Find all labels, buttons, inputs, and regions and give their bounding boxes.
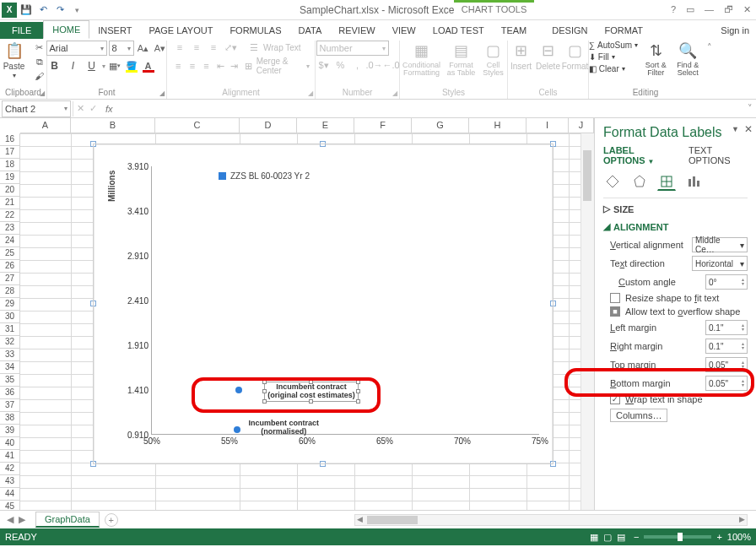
row-header[interactable]: 18 [0,159,20,171]
chart-object[interactable]: Millions ZZS BL 60-0023 Yr 2 0.9101.4101… [93,144,554,464]
row-header[interactable]: 23 [0,222,20,235]
row-header[interactable]: 27 [0,273,20,285]
column-header[interactable]: E [297,118,354,133]
tab-file[interactable]: FILE [0,22,43,39]
paste-button[interactable]: 📋 Paste ▾ [0,41,29,79]
find-select-button[interactable]: 🔍Find & Select [673,41,702,77]
sign-in-link[interactable]: Sign in [714,22,756,39]
row-header[interactable]: 26 [0,260,20,273]
effects-category-icon[interactable] [630,172,649,191]
autosum-button[interactable]: ∑AutoSum▾ [589,41,638,50]
font-name-combo[interactable]: Arial▾ [46,41,107,56]
y-axis-title[interactable]: Millions [107,171,116,202]
fill-button[interactable]: ⬇Fill▾ [589,52,638,62]
name-box[interactable]: Chart 2▾ [2,100,71,117]
row-headers[interactable]: 1617181920212223242526272829303132333435… [0,133,20,510]
fx-icon[interactable]: fx [100,104,118,114]
cut-icon[interactable]: ✂ [32,41,47,54]
fill-color-icon[interactable]: 🪣 [124,59,139,73]
font-size-combo[interactable]: 8▾ [109,41,134,56]
clipboard-dialog-launcher-icon[interactable]: ◢ [40,89,45,97]
undo-icon[interactable]: ↶ [35,3,51,18]
column-header[interactable]: A [20,118,71,133]
close-icon[interactable]: ✕ [743,4,751,15]
tab-review[interactable]: REVIEW [330,22,383,39]
clear-button[interactable]: ◧Clear▾ [589,64,638,73]
increase-font-icon[interactable]: A▴ [136,41,151,55]
column-headers[interactable]: ABCDEFGHIJ [20,118,594,133]
sheet-nav-next-icon[interactable]: ▶ [19,514,25,525]
column-header[interactable]: J [569,118,594,133]
column-header[interactable]: G [412,118,469,133]
valign-combo[interactable]: Middle Ce…▾ [692,237,748,252]
right-margin-field[interactable]: 0.1"▴▾ [705,339,748,354]
minimize-icon[interactable]: — [705,4,714,15]
row-header[interactable]: 20 [0,184,20,197]
row-header[interactable]: 31 [0,323,20,336]
section-alignment[interactable]: ◢ALIGNMENT [595,218,756,236]
row-header[interactable]: 38 [0,412,20,425]
data-point[interactable] [234,426,240,433]
row-header[interactable]: 30 [0,311,20,323]
column-header[interactable]: I [526,118,569,133]
custom-angle-field[interactable]: 0°▴▾ [705,274,748,290]
copy-icon[interactable]: ⧉ [32,55,47,68]
label-options-category-icon[interactable] [684,172,703,191]
pane-tab-text-options[interactable]: TEXT OPTIONS [688,145,748,165]
row-header[interactable]: 41 [0,450,20,463]
redo-icon[interactable]: ↷ [52,3,68,18]
tab-design[interactable]: DESIGN [543,22,596,39]
tab-team[interactable]: TEAM [493,22,536,39]
fill-line-category-icon[interactable] [603,172,622,191]
column-header[interactable]: H [469,118,526,133]
row-header[interactable]: 37 [0,399,20,412]
vertical-scrollbar[interactable] [580,133,594,510]
worksheet-area[interactable]: ABCDEFGHIJ 16171819202122232425262728293… [0,118,594,510]
underline-button[interactable]: U [84,58,100,73]
column-header[interactable]: B [71,118,155,133]
tab-home[interactable]: HOME [43,20,89,39]
font-color-icon[interactable]: A [141,59,156,73]
zoom-level[interactable]: 100% [727,532,751,542]
tab-load-test[interactable]: LOAD TEST [424,22,493,39]
row-header[interactable]: 21 [0,197,20,209]
bold-button[interactable]: B [46,58,63,73]
page-break-view-icon[interactable]: ▤ [617,532,625,543]
format-painter-icon[interactable]: 🖌 [32,69,47,83]
allow-overflow-checkbox[interactable]: ■ [610,306,620,317]
row-header[interactable]: 19 [0,171,20,184]
qat-customize-icon[interactable]: ▾ [69,3,84,18]
sheet-tab-graphdata[interactable]: GraphData [35,512,100,528]
row-header[interactable]: 33 [0,349,20,361]
save-icon[interactable]: 💾 [19,3,34,18]
pane-tab-label-options[interactable]: LABEL OPTIONS ▼ [603,145,677,165]
zoom-out-icon[interactable]: − [634,532,639,542]
row-header[interactable]: 36 [0,387,20,399]
row-header[interactable]: 29 [0,298,20,311]
column-header[interactable]: C [155,118,240,133]
left-margin-field[interactable]: 0.1"▴▾ [705,320,748,335]
borders-icon[interactable]: ▦▾ [107,59,122,73]
tab-insert[interactable]: INSERT [89,22,140,39]
row-header[interactable]: 16 [0,133,20,146]
row-header[interactable]: 35 [0,374,20,387]
expand-formula-bar-icon[interactable]: ˅ [744,103,756,114]
data-label[interactable]: Incumbent contract (normalised) [246,420,321,436]
row-header[interactable]: 34 [0,361,20,374]
row-header[interactable]: 28 [0,285,20,298]
sort-filter-button[interactable]: ⇅Sort & Filter [641,41,670,77]
sheet-nav-prev-icon[interactable]: ◀ [7,514,14,525]
columns-button[interactable]: Columns… [610,409,667,422]
zoom-in-icon[interactable]: + [716,532,721,542]
tab-data[interactable]: DATA [290,22,331,39]
ribbon-display-options-icon[interactable]: ▭ [686,4,694,15]
new-sheet-button[interactable]: + [105,513,118,527]
font-dialog-launcher-icon[interactable]: ◢ [159,89,165,97]
zoom-slider[interactable] [644,535,711,539]
text-direction-combo[interactable]: Horizontal▾ [692,256,748,271]
row-header[interactable]: 39 [0,425,20,437]
section-size[interactable]: ▷SIZE [595,200,756,218]
row-header[interactable]: 40 [0,437,20,450]
page-layout-view-icon[interactable]: ▢ [603,532,612,543]
row-header[interactable]: 42 [0,463,20,475]
